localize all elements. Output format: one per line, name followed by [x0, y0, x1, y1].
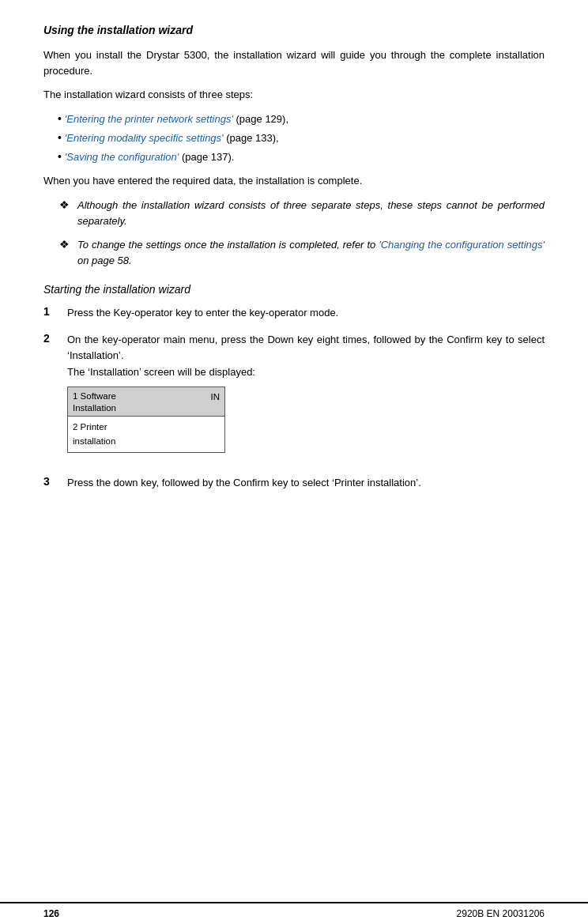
note-block-2: ❖ To change the settings once the instal… — [59, 237, 545, 269]
screen-label-printer: 2 Printerinstallation — [73, 422, 115, 447]
bullet-item-3-end: ). — [228, 151, 234, 163]
bullet-item-2-end: ), — [273, 132, 279, 144]
step-3-number: 3 — [43, 475, 67, 488]
sub-heading: Starting the installation wizard — [43, 283, 545, 296]
note2-prefix: To change the settings once the installa… — [77, 239, 379, 251]
bullet-item-1-end: ), — [282, 113, 288, 125]
step-1-text: Press the Key-operator key to enter the … — [67, 305, 545, 321]
screen-box: 1 SoftwareInstallation IN 2 Printerinsta… — [67, 387, 225, 453]
note2-page: 58 — [118, 255, 129, 266]
step-3: 3 Press the down key, followed by the Co… — [43, 475, 545, 491]
note2-end: . — [129, 255, 132, 266]
note-text-1: Although the installation wizard consist… — [77, 198, 545, 229]
bullet-item-2-suffix: (page — [226, 132, 255, 144]
bullet-item-3-suffix: (page — [182, 151, 211, 163]
step-1-number: 1 — [43, 305, 67, 318]
bullet-item-3-page: 137 — [211, 151, 228, 163]
footer-doc-number: 2920B EN 20031206 — [457, 908, 545, 919]
footer: 126 2920B EN 20031206 — [0, 902, 588, 924]
step-1: 1 Press the Key-operator key to enter th… — [43, 305, 545, 321]
step-2-wrapper: 2 On the key-operator main menu, press t… — [43, 332, 545, 463]
bullet-item-1-page: 129 — [265, 113, 282, 125]
note-text-2: To change the settings once the installa… — [77, 237, 545, 269]
link-printer-network[interactable]: 'Entering the printer network settings' — [65, 113, 233, 125]
screen-label-software: 1 SoftwareInstallation — [73, 390, 116, 414]
after-bullets: When you have entered the required data,… — [43, 173, 545, 189]
note-block-1: ❖ Although the installation wizard consi… — [59, 198, 545, 229]
bullet-item-2: 'Entering modality specific settings' (p… — [58, 130, 545, 147]
intro-para2: The installation wizard consists of thre… — [43, 87, 545, 103]
footer-page-number: 126 — [43, 908, 59, 919]
screen-row-1: 1 SoftwareInstallation IN — [68, 387, 224, 417]
intro-para1: When you install the Drystar 5300, the i… — [43, 47, 545, 79]
page-container: Using the installation wizard When you i… — [0, 0, 588, 924]
bullet-list: 'Entering the printer network settings' … — [58, 111, 545, 165]
diamond-icon-2: ❖ — [59, 238, 70, 251]
diamond-icon-1: ❖ — [59, 198, 70, 211]
screen-indicator-in: IN — [211, 390, 220, 405]
step-2-content: On the key-operator main menu, press the… — [67, 332, 545, 463]
link-modality-settings[interactable]: 'Entering modality specific settings' — [65, 132, 224, 144]
link-saving-config[interactable]: 'Saving the configuration' — [65, 151, 179, 163]
bullet-item-2-page: 133 — [255, 132, 273, 144]
main-heading: Using the installation wizard — [43, 24, 545, 36]
step-2-number: 2 — [43, 332, 67, 345]
note2-suffix: on page — [77, 255, 118, 266]
step-2-sub: The ‘Installation’ screen will be displa… — [67, 366, 255, 378]
step-2-text: On the key-operator main menu, press the… — [67, 334, 545, 361]
link-changing-config[interactable]: 'Changing the configuration settings' — [379, 239, 545, 251]
bullet-item-1-suffix: (page — [236, 113, 266, 125]
bullet-item-1: 'Entering the printer network settings' … — [58, 111, 545, 128]
step-3-text: Press the down key, followed by the Conf… — [67, 475, 545, 491]
screen-row-2: 2 Printerinstallation — [68, 417, 224, 452]
bullet-item-3: 'Saving the configuration' (page 137). — [58, 149, 545, 166]
